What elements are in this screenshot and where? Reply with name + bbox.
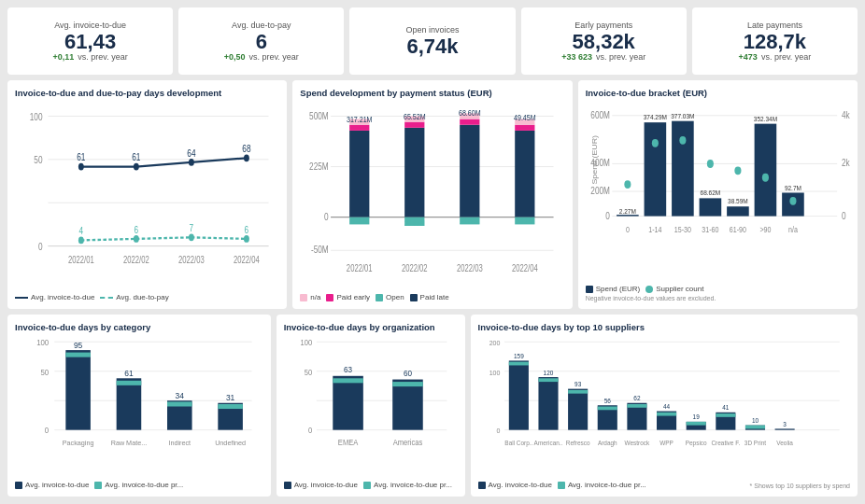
chart6-legend: Avg. invoice-to-due Avg. invoice-to-due … [478,481,646,489]
bar-packaging-pr [65,353,91,357]
svg-text:0: 0 [38,241,43,252]
svg-text:0: 0 [324,211,329,222]
svg-text:600M: 600M [590,110,610,120]
category-bar-svg: 100 50 0 Avg. invo... Avg. invoice-to-d … [15,336,263,477]
svg-text:6: 6 [245,224,249,235]
svg-text:352.34M: 352.34M [753,114,776,123]
bar-2201-early [349,125,369,131]
bar-americas [392,380,423,430]
kpi-early-payments: Early payments 58,32k +33 623 vs. prev. … [521,7,687,75]
svg-text:Raw Mate...: Raw Mate... [111,439,148,447]
line-chart-svg: 100 50 0 2022/01 2022/02 2022/03 2022/04 [15,102,279,289]
bar-bracket-1-14 [644,122,666,216]
bar-bracket-15-30 [672,121,694,217]
charts-bottom-row: Invoice-to-due days by category 100 50 0… [7,315,858,497]
svg-text:Ardagh: Ardagh [597,440,617,447]
bracket-bar-svg: 600M 400M 200M 0 4k 2k 0 [586,102,850,281]
bar-bracket-gt90 [754,124,776,217]
svg-text:2022/01: 2022/01 [68,255,94,265]
dot-due-3 [189,233,194,241]
dot-supplier-4 [734,166,741,175]
svg-text:100: 100 [30,111,43,122]
svg-text:-50M: -50M [311,244,329,255]
svg-text:0: 0 [842,211,846,221]
svg-text:2022/03: 2022/03 [457,263,483,273]
kpi-avg-due-to-pay: Avg. due-to-pay 6 +0,50 vs. prev. year [178,7,344,75]
bar-2203-early [461,119,480,125]
bar-s5-pr [627,404,646,408]
svg-text:120: 120 [543,369,553,375]
bar-s10 [774,428,794,429]
svg-text:68: 68 [242,143,250,154]
chart6-title: Invoice-to-due days by top 10 suppliers [478,322,850,332]
bar-bracket-61-90 [727,206,749,216]
line-avg-due [81,237,247,240]
svg-text:68.62M: 68.62M [700,189,720,198]
kpi-delta-1: +0,11 vs. prev. year [17,52,163,62]
bar-raw [117,378,142,429]
svg-text:Undefined: Undefined [215,439,246,447]
svg-text:50: 50 [34,154,42,165]
chart1-area: 100 50 0 2022/01 2022/02 2022/03 2022/04 [15,102,279,289]
legend-avg-due: Avg. due-to-pay [100,293,168,301]
bar-s3-pr [568,390,588,394]
svg-text:19: 19 [692,413,699,420]
svg-text:377.03M: 377.03M [671,111,694,120]
svg-text:65.52M: 65.52M [404,112,426,121]
dot-due-4 [244,235,249,243]
svg-text:34: 34 [176,391,185,400]
svg-text:3: 3 [783,421,787,427]
legend-avg-invoice-pr-sup: Avg. invoice-to-due pr... [558,481,646,489]
dashboard: Avg. invoice-to-due 61,43 +0,11 vs. prev… [0,0,865,504]
svg-text:2022/01: 2022/01 [347,263,373,273]
chart3-note: Negative invoice-to-due values are exclu… [586,295,850,301]
chart-invoice-bracket: Invoice-to-due bracket (EUR) 600M 400M 2… [578,80,858,309]
svg-text:1-14: 1-14 [648,226,662,235]
legend-paid-late: Paid late [410,293,449,301]
chart3-legend: Spend (EUR) Supplier count [586,285,850,293]
svg-text:2.27M: 2.27M [619,206,636,216]
svg-text:61-90: 61-90 [730,226,747,235]
svg-text:92.7M: 92.7M [785,183,801,192]
svg-text:Creative F.: Creative F. [711,440,740,446]
kpi-delta-2: +0,50 vs. prev. year [188,52,334,62]
bar-emea-pr [333,378,363,383]
chart1-legend: Avg. invoice-to-due Avg. due-to-pay [15,293,279,301]
kpi-label-3: Open invoices [359,25,505,35]
svg-text:50: 50 [304,368,312,376]
legend-avg-invoice-org: Avg. invoice-to-due [284,481,358,489]
svg-text:100: 100 [36,339,50,347]
svg-text:3.17M: 3.17M [517,217,533,227]
svg-text:63: 63 [344,365,352,374]
chart4-legend: Avg. invoice-to-due Avg. invoice-to-due … [15,481,263,489]
kpi-open-invoices: Open invoices 6,74k [349,7,515,75]
dot-supplier-6 [789,197,796,205]
dot-due-1 [78,237,84,245]
bar-2202-late [404,128,424,217]
legend-open: Open [376,293,404,301]
bar-s6-pr [657,413,676,416]
kpi-label-2: Avg. due-to-pay [188,21,334,30]
svg-text:Veolia: Veolia [776,440,793,446]
svg-text:0: 0 [308,427,313,435]
kpi-value-4: 58,32k [531,32,677,52]
chart2-area: 500M 225M 0 -50M [300,102,564,289]
svg-text:2022/03: 2022/03 [178,255,205,265]
kpi-value-1: 61,43 [17,32,163,52]
svg-text:2k: 2k [842,159,850,169]
legend-paid-early: Paid early [326,293,370,301]
kpi-late-payments: Late payments 128,7k +473 vs. prev. year [692,7,858,75]
svg-text:50: 50 [41,368,50,376]
svg-text:2022/04: 2022/04 [234,255,260,265]
svg-text:2022/02: 2022/02 [123,255,149,265]
chart2-title: Spend development by payment status (EUR… [300,88,564,98]
chart-invoice-to-due-development: Invoice-to-due and due-to-pay days devel… [7,80,287,309]
svg-text:2022/02: 2022/02 [402,263,428,273]
bar-americas-pr [392,382,423,386]
org-bar-svg: 100 50 0 Avg. invo... 63 60 EMEA America [284,336,458,477]
legend-spend-eur: Spend (EUR) [586,285,641,293]
dot-2 [134,163,139,171]
supplier-bar-svg: 200 100 0 159 120 93 [478,336,850,477]
bar-2202-early [404,122,424,128]
svg-text:Indirect: Indirect [168,439,191,447]
